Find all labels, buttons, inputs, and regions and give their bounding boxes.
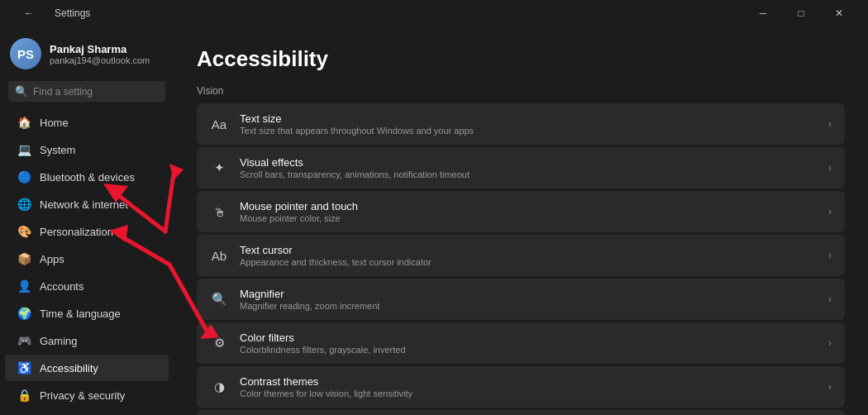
- setting-text-visual-effects: Visual effects Scroll bars, transparency…: [240, 156, 817, 179]
- nav-icon-privacy: 🔒: [17, 388, 31, 403]
- nav-icon-accessibility: ♿: [17, 360, 31, 375]
- titlebar: ← Settings ─ □ ✕: [0, 0, 868, 26]
- nav-icon-personalization: 🎨: [17, 224, 31, 239]
- nav-icon-time: 🌍: [17, 306, 31, 321]
- titlebar-controls: ─ □ ✕: [744, 0, 858, 26]
- sidebar-item-apps[interactable]: 📦 Apps: [5, 246, 169, 272]
- section-label: Vision: [197, 85, 845, 97]
- setting-icon-contrast-themes: ◑: [210, 378, 228, 396]
- nav-label-bluetooth: Bluetooth & devices: [40, 171, 135, 184]
- titlebar-left: ← Settings: [10, 0, 90, 26]
- setting-text-text-size: Text size Text size that appears through…: [240, 112, 817, 136]
- sidebar-item-home[interactable]: 🏠 Home: [5, 109, 169, 136]
- setting-icon-color-filters: ⚙: [210, 334, 228, 352]
- avatar: PS: [10, 38, 41, 69]
- setting-name-text-size: Text size: [240, 112, 817, 125]
- sidebar-item-time[interactable]: 🌍 Time & language: [5, 300, 169, 327]
- restore-button[interactable]: □: [782, 0, 820, 26]
- profile-name: Pankaj Sharma: [50, 43, 150, 55]
- sidebar-item-gaming[interactable]: 🎮 Gaming: [5, 327, 169, 354]
- nav-label-accounts: Accounts: [40, 280, 83, 293]
- nav-icon-home: 🏠: [17, 115, 31, 130]
- chevron-icon-visual-effects: ›: [828, 162, 832, 174]
- page-title: Accessibility: [197, 46, 845, 72]
- setting-item-magnifier[interactable]: 🔍 Magnifier Magnifier reading, zoom incr…: [197, 279, 845, 320]
- nav-label-personalization: Personalization: [40, 226, 113, 238]
- search-icon: 🔍: [15, 85, 28, 98]
- profile[interactable]: PS Pankaj Sharma pankaj194@outlook.com: [0, 26, 174, 78]
- setting-name-contrast-themes: Contrast themes: [240, 375, 817, 388]
- setting-name-mouse-pointer: Mouse pointer and touch: [240, 200, 817, 212]
- nav-label-system: System: [40, 144, 75, 156]
- setting-icon-text-cursor: Ab: [210, 246, 228, 265]
- setting-desc-magnifier: Magnifier reading, zoom increment: [240, 301, 817, 311]
- setting-icon-text-size: Aa: [210, 115, 228, 133]
- close-button[interactable]: ✕: [820, 0, 858, 26]
- main-content: Accessibility Vision Aa Text size Text s…: [174, 26, 868, 415]
- app-body: PS Pankaj Sharma pankaj194@outlook.com 🔍…: [0, 26, 868, 415]
- chevron-icon-text-cursor: ›: [828, 250, 832, 261]
- setting-item-text-cursor[interactable]: Ab Text cursor Appearance and thickness,…: [197, 235, 845, 276]
- sidebar-item-accessibility[interactable]: ♿ Accessibility: [5, 355, 169, 381]
- chevron-icon-text-size: ›: [828, 118, 832, 130]
- nav-icon-bluetooth: 🔵: [17, 169, 31, 184]
- profile-info: Pankaj Sharma pankaj194@outlook.com: [50, 43, 150, 65]
- setting-icon-mouse-pointer: 🖱: [210, 203, 228, 221]
- setting-desc-mouse-pointer: Mouse pointer color, size: [240, 213, 817, 223]
- sidebar-item-personalization[interactable]: 🎨 Personalization: [5, 218, 169, 245]
- nav-icon-network: 🌐: [17, 197, 31, 212]
- setting-text-contrast-themes: Contrast themes Color themes for low vis…: [240, 375, 817, 398]
- setting-item-contrast-themes[interactable]: ◑ Contrast themes Color themes for low v…: [197, 366, 845, 408]
- profile-email: pankaj194@outlook.com: [50, 55, 150, 65]
- nav-icon-accounts: 👤: [17, 279, 31, 293]
- search-box[interactable]: 🔍: [8, 81, 165, 102]
- setting-icon-visual-effects: ✦: [210, 159, 228, 177]
- nav-label-privacy: Privacy & security: [40, 389, 125, 402]
- setting-icon-magnifier: 🔍: [210, 290, 228, 308]
- nav-icon-gaming: 🎮: [17, 333, 31, 348]
- nav-label-home: Home: [40, 117, 69, 129]
- setting-item-mouse-pointer[interactable]: 🖱 Mouse pointer and touch Mouse pointer …: [197, 191, 845, 232]
- setting-name-text-cursor: Text cursor: [240, 244, 817, 256]
- setting-text-text-cursor: Text cursor Appearance and thickness, te…: [240, 244, 817, 267]
- chevron-icon-contrast-themes: ›: [828, 381, 832, 393]
- avatar-initials: PS: [17, 47, 34, 61]
- sidebar-item-bluetooth[interactable]: 🔵 Bluetooth & devices: [5, 164, 169, 190]
- setting-item-visual-effects[interactable]: ✦ Visual effects Scroll bars, transparen…: [197, 147, 845, 188]
- titlebar-title: Settings: [55, 7, 90, 19]
- nav-label-network: Network & internet: [40, 198, 128, 211]
- setting-item-narrator[interactable]: 📢 Narrator Voice, verbosity, keyboard, b…: [197, 410, 845, 415]
- nav-label-apps: Apps: [40, 253, 64, 265]
- nav-icon-system: 💻: [17, 142, 31, 157]
- setting-desc-text-cursor: Appearance and thickness, text cursor in…: [240, 257, 817, 267]
- setting-text-magnifier: Magnifier Magnifier reading, zoom increm…: [240, 288, 817, 311]
- search-input[interactable]: [33, 86, 159, 98]
- setting-desc-contrast-themes: Color themes for low vision, light sensi…: [240, 389, 817, 398]
- sidebar-item-network[interactable]: 🌐 Network & internet: [5, 191, 169, 217]
- sidebar-item-privacy[interactable]: 🔒 Privacy & security: [5, 382, 169, 408]
- chevron-icon-magnifier: ›: [828, 293, 832, 305]
- setting-text-color-filters: Color filters Colorblindness filters, gr…: [240, 332, 817, 355]
- nav-label-accessibility: Accessibility: [40, 362, 98, 374]
- sidebar-item-system[interactable]: 💻 System: [5, 136, 169, 163]
- sidebar: PS Pankaj Sharma pankaj194@outlook.com 🔍…: [0, 26, 174, 415]
- settings-list: Aa Text size Text size that appears thro…: [197, 103, 845, 415]
- setting-name-color-filters: Color filters: [240, 332, 817, 344]
- setting-name-magnifier: Magnifier: [240, 288, 817, 300]
- setting-item-text-size[interactable]: Aa Text size Text size that appears thro…: [197, 103, 845, 145]
- setting-name-visual-effects: Visual effects: [240, 156, 817, 169]
- chevron-icon-color-filters: ›: [828, 337, 832, 349]
- nav-list: 🏠 Home 💻 System 🔵 Bluetooth & devices 🌐 …: [0, 108, 174, 415]
- sidebar-item-accounts[interactable]: 👤 Accounts: [5, 273, 169, 299]
- setting-desc-text-size: Text size that appears throughout Window…: [240, 126, 817, 136]
- setting-desc-color-filters: Colorblindness filters, grayscale, inver…: [240, 345, 817, 355]
- setting-item-color-filters[interactable]: ⚙ Color filters Colorblindness filters, …: [197, 322, 845, 364]
- nav-label-time: Time & language: [40, 308, 121, 320]
- setting-text-mouse-pointer: Mouse pointer and touch Mouse pointer co…: [240, 200, 817, 223]
- nav-label-gaming: Gaming: [40, 335, 78, 347]
- chevron-icon-mouse-pointer: ›: [828, 206, 832, 217]
- minimize-button[interactable]: ─: [744, 0, 782, 26]
- nav-icon-apps: 📦: [17, 251, 31, 266]
- back-button[interactable]: ←: [10, 0, 48, 26]
- sidebar-item-windows-update[interactable]: ⚙ Windows Update: [5, 409, 169, 415]
